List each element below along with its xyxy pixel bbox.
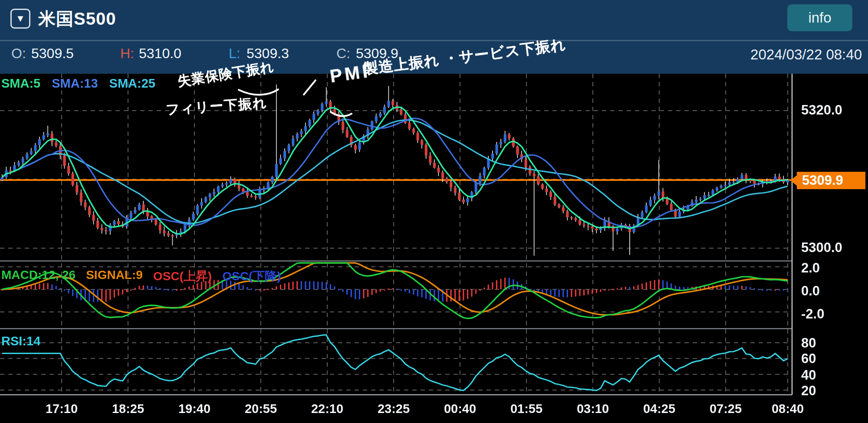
sma-legend: SMA:5SMA:13SMA:25 (1, 76, 155, 91)
high-value: 5310.0 (139, 46, 181, 62)
trading-app: ▼ 米国S500 info O: 5309.5 H: 5310.0 L: 530… (0, 0, 868, 423)
time-label: 07:25 (710, 402, 742, 416)
time-label: 18:25 (112, 402, 144, 416)
axis-label: -2.0 (801, 306, 824, 322)
legend-item: SMA:5 (1, 76, 40, 91)
time-label: 22:10 (311, 402, 343, 416)
legend-item: SMA:13 (52, 76, 98, 91)
high-label: H: (120, 46, 134, 62)
time-label: 03:10 (577, 402, 609, 416)
low-label: L: (229, 46, 240, 62)
time-label: 19:40 (178, 402, 210, 416)
axis-label: 5300.0 (801, 240, 842, 256)
axis-label: 5320.0 (801, 102, 842, 118)
current-price-value: 5309.9 (802, 173, 843, 188)
axis-label: 2.0 (801, 260, 820, 276)
chart-canvas[interactable] (0, 74, 868, 423)
legend-item: SIGNAL:9 (86, 268, 143, 285)
legend-item: OSC(下降) (222, 268, 281, 285)
time-label: 17:10 (46, 402, 78, 416)
time-label: 00:40 (444, 402, 476, 416)
axis-label: 80 (801, 335, 816, 351)
time-label: 08:40 (772, 402, 804, 416)
open-label: O: (11, 46, 26, 62)
chart-region: SMA:5SMA:13SMA:25 MACD:12, 26SIGNAL:9OSC… (0, 74, 868, 423)
symbol-dropdown-button[interactable]: ▼ (10, 9, 30, 29)
close-label: C: (336, 46, 350, 62)
legend-item: MACD:12, 26 (1, 268, 76, 285)
axis-label: 20 (801, 383, 816, 399)
time-label: 23:25 (378, 402, 410, 416)
datetime-label: 2024/03/22 08:40 (750, 46, 862, 63)
header-bar: ▼ 米国S500 info (0, 0, 868, 40)
info-button[interactable]: info (787, 4, 852, 31)
axis-label: 0.0 (801, 283, 820, 299)
macd-legend: MACD:12, 26SIGNAL:9OSC(上昇)OSC(下降) (1, 268, 281, 285)
time-label: 04:25 (643, 402, 675, 416)
axis-label: 40 (801, 367, 816, 383)
legend-item: OSC(上昇) (153, 268, 212, 285)
axis-label: 60 (801, 351, 816, 367)
time-label: 01:55 (510, 402, 542, 416)
rsi-legend: RSI:14 (1, 334, 40, 348)
symbol-title: 米国S500 (38, 7, 116, 31)
time-label: 20:55 (245, 402, 277, 416)
chevron-down-icon: ▼ (16, 13, 25, 24)
current-price-badge: 5309.9 (797, 172, 865, 189)
open-value: 5309.5 (31, 46, 74, 62)
legend-item: SMA:25 (109, 76, 155, 91)
